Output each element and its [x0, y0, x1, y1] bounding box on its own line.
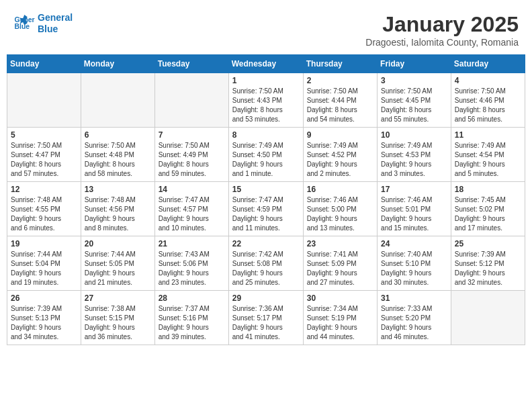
day-number: 18	[455, 185, 521, 194]
day-info: Sunrise: 7:33 AM Sunset: 5:20 PM Dayligh…	[381, 304, 447, 342]
day-info: Sunrise: 7:47 AM Sunset: 4:57 PM Dayligh…	[159, 195, 225, 233]
page-header: General Blue General Blue January 2025 D…	[7, 7, 525, 50]
calendar-cell: 23Sunrise: 7:41 AM Sunset: 5:09 PM Dayli…	[303, 236, 377, 291]
day-number: 20	[85, 239, 151, 248]
calendar-subtitle: Dragoesti, Ialomita County, Romania	[365, 37, 519, 48]
calendar-cell: 2Sunrise: 7:50 AM Sunset: 4:44 PM Daylig…	[303, 73, 377, 128]
svg-text:Blue: Blue	[15, 23, 30, 30]
week-row: 12Sunrise: 7:48 AM Sunset: 4:55 PM Dayli…	[7, 182, 525, 236]
day-info: Sunrise: 7:38 AM Sunset: 5:15 PM Dayligh…	[85, 304, 151, 342]
calendar-cell: 13Sunrise: 7:48 AM Sunset: 4:56 PM Dayli…	[81, 182, 154, 236]
day-info: Sunrise: 7:48 AM Sunset: 4:55 PM Dayligh…	[11, 195, 77, 233]
day-info: Sunrise: 7:39 AM Sunset: 5:13 PM Dayligh…	[11, 304, 77, 342]
day-number: 29	[232, 293, 300, 303]
day-info: Sunrise: 7:45 AM Sunset: 5:02 PM Dayligh…	[455, 195, 521, 233]
day-info: Sunrise: 7:43 AM Sunset: 5:06 PM Dayligh…	[159, 250, 225, 287]
calendar-cell: 7Sunrise: 7:50 AM Sunset: 4:49 PM Daylig…	[154, 128, 228, 182]
day-number: 26	[11, 293, 77, 303]
day-number: 19	[11, 239, 77, 248]
calendar-title: January 2025	[365, 12, 519, 37]
col-header-thursday: Thursday	[303, 55, 377, 73]
col-header-tuesday: Tuesday	[154, 55, 228, 73]
day-info: Sunrise: 7:37 AM Sunset: 5:16 PM Dayligh…	[159, 304, 225, 342]
col-header-saturday: Saturday	[451, 55, 525, 73]
day-info: Sunrise: 7:50 AM Sunset: 4:46 PM Dayligh…	[455, 87, 521, 124]
day-info: Sunrise: 7:50 AM Sunset: 4:43 PM Dayligh…	[232, 87, 300, 124]
day-number: 21	[159, 239, 225, 248]
day-number: 12	[11, 185, 77, 194]
calendar-cell: 19Sunrise: 7:44 AM Sunset: 5:04 PM Dayli…	[7, 236, 81, 291]
calendar-cell: 3Sunrise: 7:50 AM Sunset: 4:45 PM Daylig…	[378, 73, 451, 128]
week-row: 5Sunrise: 7:50 AM Sunset: 4:47 PM Daylig…	[7, 128, 525, 182]
calendar-cell: 28Sunrise: 7:37 AM Sunset: 5:16 PM Dayli…	[154, 291, 228, 345]
day-number: 27	[85, 293, 151, 303]
day-info: Sunrise: 7:41 AM Sunset: 5:09 PM Dayligh…	[307, 250, 373, 287]
day-number: 24	[381, 239, 447, 248]
day-info: Sunrise: 7:44 AM Sunset: 5:04 PM Dayligh…	[11, 250, 77, 287]
day-info: Sunrise: 7:50 AM Sunset: 4:49 PM Dayligh…	[159, 141, 225, 179]
day-info: Sunrise: 7:50 AM Sunset: 4:44 PM Dayligh…	[307, 87, 373, 124]
col-header-sunday: Sunday	[7, 55, 81, 73]
title-area: January 2025 Dragoesti, Ialomita County,…	[365, 12, 519, 48]
calendar-cell: 10Sunrise: 7:49 AM Sunset: 4:53 PM Dayli…	[378, 128, 451, 182]
day-number: 13	[85, 185, 151, 194]
calendar-cell: 15Sunrise: 7:47 AM Sunset: 4:59 PM Dayli…	[228, 182, 303, 236]
day-number: 6	[85, 130, 151, 140]
calendar-cell: 16Sunrise: 7:46 AM Sunset: 5:00 PM Dayli…	[303, 182, 377, 236]
day-number: 23	[307, 239, 373, 248]
day-info: Sunrise: 7:48 AM Sunset: 4:56 PM Dayligh…	[85, 195, 151, 233]
calendar-cell	[81, 73, 154, 128]
day-info: Sunrise: 7:49 AM Sunset: 4:54 PM Dayligh…	[455, 141, 521, 179]
calendar-cell: 25Sunrise: 7:39 AM Sunset: 5:12 PM Dayli…	[451, 236, 525, 291]
logo-icon: General Blue	[13, 13, 35, 34]
calendar-cell	[7, 73, 81, 128]
day-info: Sunrise: 7:46 AM Sunset: 5:01 PM Dayligh…	[381, 195, 447, 233]
day-number: 9	[307, 130, 373, 140]
calendar-cell: 29Sunrise: 7:36 AM Sunset: 5:17 PM Dayli…	[228, 291, 303, 345]
week-row: 19Sunrise: 7:44 AM Sunset: 5:04 PM Dayli…	[7, 236, 525, 291]
day-info: Sunrise: 7:46 AM Sunset: 5:00 PM Dayligh…	[307, 195, 373, 233]
day-info: Sunrise: 7:50 AM Sunset: 4:48 PM Dayligh…	[85, 141, 151, 179]
calendar-cell: 1Sunrise: 7:50 AM Sunset: 4:43 PM Daylig…	[228, 73, 303, 128]
day-info: Sunrise: 7:49 AM Sunset: 4:53 PM Dayligh…	[381, 141, 447, 179]
calendar-cell: 4Sunrise: 7:50 AM Sunset: 4:46 PM Daylig…	[451, 73, 525, 128]
week-row: 1Sunrise: 7:50 AM Sunset: 4:43 PM Daylig…	[7, 73, 525, 128]
day-info: Sunrise: 7:44 AM Sunset: 5:05 PM Dayligh…	[85, 250, 151, 287]
calendar-cell: 5Sunrise: 7:50 AM Sunset: 4:47 PM Daylig…	[7, 128, 81, 182]
day-info: Sunrise: 7:42 AM Sunset: 5:08 PM Dayligh…	[232, 250, 300, 287]
day-number: 31	[381, 293, 447, 303]
calendar-cell: 8Sunrise: 7:49 AM Sunset: 4:50 PM Daylig…	[228, 128, 303, 182]
calendar-cell: 26Sunrise: 7:39 AM Sunset: 5:13 PM Dayli…	[7, 291, 81, 345]
day-info: Sunrise: 7:36 AM Sunset: 5:17 PM Dayligh…	[232, 304, 300, 342]
day-info: Sunrise: 7:34 AM Sunset: 5:19 PM Dayligh…	[307, 304, 373, 342]
day-number: 5	[11, 130, 77, 140]
calendar-cell: 20Sunrise: 7:44 AM Sunset: 5:05 PM Dayli…	[81, 236, 154, 291]
calendar-cell: 30Sunrise: 7:34 AM Sunset: 5:19 PM Dayli…	[303, 291, 377, 345]
day-number: 4	[455, 76, 521, 85]
day-number: 16	[307, 185, 373, 194]
calendar-cell: 12Sunrise: 7:48 AM Sunset: 4:55 PM Dayli…	[7, 182, 81, 236]
day-number: 17	[381, 185, 447, 194]
col-header-friday: Friday	[378, 55, 451, 73]
calendar-cell	[451, 291, 525, 345]
day-number: 11	[455, 130, 521, 140]
day-number: 22	[232, 239, 300, 248]
day-number: 7	[159, 130, 225, 140]
day-number: 30	[307, 293, 373, 303]
day-number: 25	[455, 239, 521, 248]
day-number: 14	[159, 185, 225, 194]
logo-general: General	[38, 12, 73, 24]
calendar-cell	[154, 73, 228, 128]
day-number: 8	[232, 130, 300, 140]
calendar-cell: 31Sunrise: 7:33 AM Sunset: 5:20 PM Dayli…	[378, 291, 451, 345]
col-header-wednesday: Wednesday	[228, 55, 303, 73]
calendar-table: SundayMondayTuesdayWednesdayThursdayFrid…	[7, 54, 525, 345]
calendar-cell: 18Sunrise: 7:45 AM Sunset: 5:02 PM Dayli…	[451, 182, 525, 236]
calendar-cell: 14Sunrise: 7:47 AM Sunset: 4:57 PM Dayli…	[154, 182, 228, 236]
day-number: 10	[381, 130, 447, 140]
day-info: Sunrise: 7:40 AM Sunset: 5:10 PM Dayligh…	[381, 250, 447, 287]
day-number: 15	[232, 185, 300, 194]
calendar-cell: 21Sunrise: 7:43 AM Sunset: 5:06 PM Dayli…	[154, 236, 228, 291]
calendar-cell: 11Sunrise: 7:49 AM Sunset: 4:54 PM Dayli…	[451, 128, 525, 182]
week-row: 26Sunrise: 7:39 AM Sunset: 5:13 PM Dayli…	[7, 291, 525, 345]
